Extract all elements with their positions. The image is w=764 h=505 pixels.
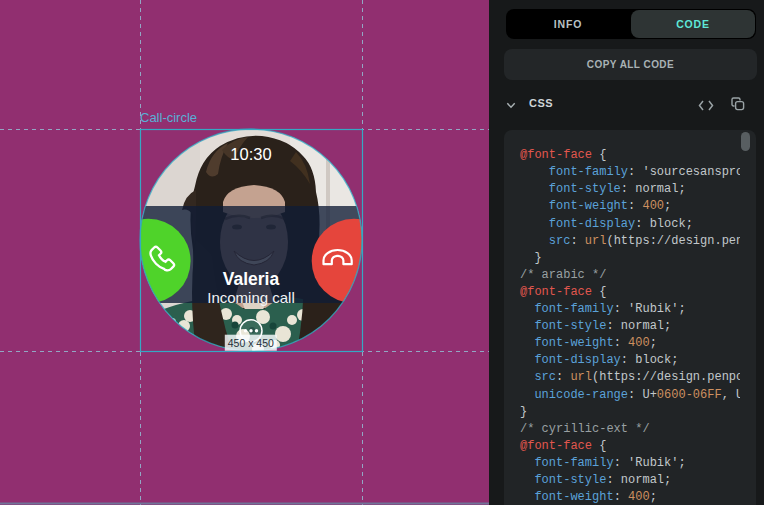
svg-text:Incoming call: Incoming call <box>207 289 295 306</box>
svg-text:Valeria: Valeria <box>223 269 280 289</box>
svg-text:Call-circle: Call-circle <box>140 110 197 125</box>
svg-text:10:30: 10:30 <box>230 145 271 163</box>
svg-text:450 x 450: 450 x 450 <box>228 337 274 349</box>
